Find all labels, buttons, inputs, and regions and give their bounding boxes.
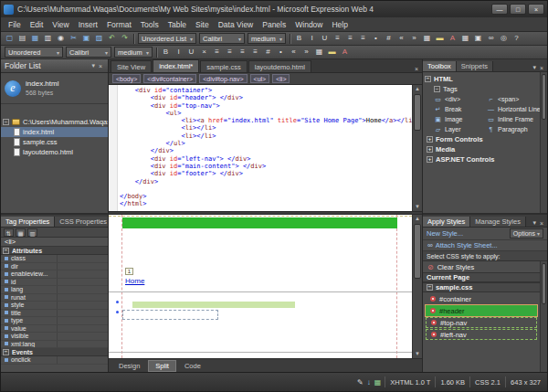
insert-image-icon[interactable]: ▣ [472, 33, 484, 44]
menu-format[interactable]: Format [102, 19, 136, 30]
attribute-row-type[interactable]: type [1, 317, 108, 325]
quick-tag-div-top-nav[interactable]: <div#top-nav> [199, 74, 247, 83]
preview-icon[interactable]: ◉ [55, 33, 67, 44]
scrollbar-thumb[interactable] [542, 263, 546, 304]
italic-icon[interactable]: I [306, 33, 318, 44]
doc-tab-sample-css[interactable]: sample.css [200, 60, 248, 72]
scroll-down-icon[interactable]: ▼ [413, 350, 422, 358]
code-selection-margin[interactable] [109, 85, 118, 211]
attribute-row-id[interactable]: id [1, 279, 108, 287]
attribute-row-style[interactable]: style [1, 302, 108, 310]
attribute-value[interactable] [58, 302, 108, 309]
minimize-button[interactable]: — [491, 4, 508, 15]
section-header-events[interactable]: −Events [1, 348, 108, 356]
close-panel-icon[interactable]: × [538, 220, 545, 227]
style-item-header[interactable]: #header [426, 305, 537, 316]
attribute-row-title[interactable]: title [1, 310, 108, 318]
panel-menu-icon[interactable]: ▾ [531, 64, 538, 71]
style-dropdown[interactable]: Unordered▾ [5, 47, 63, 58]
panel-menu-icon[interactable]: ▾ [90, 62, 97, 69]
tab-css-properties[interactable]: CSS Properties [55, 217, 108, 227]
collapse-icon[interactable]: − [427, 284, 433, 291]
menu-help[interactable]: Help [327, 19, 352, 30]
design-empty-div[interactable] [122, 310, 218, 320]
doc-tab-site-view[interactable]: Site View [111, 60, 152, 72]
file-preview[interactable]: e index.html 568 bytes [1, 73, 108, 104]
section-header-attributes[interactable]: −Attributes [1, 247, 108, 255]
new-page-icon[interactable]: ▢ [4, 33, 16, 44]
attribute-value[interactable] [58, 310, 108, 317]
tab-toolbox[interactable]: Toolbox [423, 61, 457, 71]
toolbox-group-tags[interactable]: − Tags [425, 84, 540, 94]
menu-site[interactable]: Site [191, 19, 214, 30]
scroll-up-icon[interactable]: ▲ [413, 85, 422, 93]
view-tab-code[interactable]: Code [178, 361, 207, 371]
bold-icon[interactable]: B [160, 47, 172, 58]
bullets-icon[interactable]: • [275, 47, 287, 58]
doc-tab-layoutdemo-html[interactable]: layoutdemo.html [248, 60, 311, 72]
folder-tree-item-layoutdemo-html[interactable]: layoutdemo.html [1, 147, 108, 157]
doc-tab-index-html[interactable]: index.html* [153, 59, 199, 72]
attribute-row-enableview[interactable]: enableview... [1, 270, 108, 279]
outdent-icon[interactable]: « [395, 33, 407, 44]
indent-icon[interactable]: » [408, 33, 420, 44]
font-dropdown[interactable]: Calibri▾ [199, 33, 245, 44]
current-page-header[interactable]: Current Page [423, 272, 540, 282]
collapse-icon[interactable]: − [3, 349, 9, 355]
attribute-value[interactable] [58, 333, 108, 340]
attribute-row-visible[interactable]: visible [1, 333, 108, 341]
tab-snippets[interactable]: Snippets [457, 61, 493, 71]
options-button[interactable]: Options ▾ [510, 228, 543, 238]
sort-icon[interactable]: ⇅ [4, 228, 14, 237]
attribute-value[interactable] [58, 356, 108, 364]
superscript-icon[interactable]: × [198, 47, 210, 58]
toolbox-item-inline-frame[interactable]: ▭Inline Frame [487, 114, 540, 124]
view-tab-split[interactable]: Split [148, 360, 176, 372]
toolbox-group-media[interactable]: +Media [427, 144, 540, 154]
toolbox-item-span[interactable]: ⌐<span> [487, 94, 540, 104]
visual-aids-grid-icon[interactable]: ▦ [374, 378, 383, 387]
copy-icon[interactable]: ▣ [80, 33, 92, 44]
styles-scrollbar[interactable] [540, 261, 547, 372]
insert-table-icon[interactable]: ▦ [459, 33, 471, 44]
indent-icon[interactable]: » [300, 47, 312, 58]
style-dropdown[interactable]: Unordered List▾ [138, 33, 196, 44]
outdent-icon[interactable]: « [288, 47, 300, 58]
toolbox-item-image[interactable]: ▣Image [434, 114, 487, 124]
view-tab-design[interactable]: Design [112, 361, 146, 371]
toolbox-group-html[interactable]: − HTML [425, 74, 540, 84]
find-icon[interactable]: ◎ [498, 33, 510, 44]
font-dropdown[interactable]: Calibri▾ [66, 47, 111, 58]
redo-icon[interactable]: ↷ [119, 33, 131, 44]
menu-table[interactable]: Table [163, 19, 191, 30]
close-panel-icon[interactable]: × [538, 65, 545, 71]
align-center-icon[interactable]: ≡ [224, 47, 236, 58]
menu-edit[interactable]: Edit [26, 19, 48, 30]
scroll-down-icon[interactable]: ▼ [413, 203, 422, 211]
tab-apply-styles[interactable]: Apply Styles [423, 217, 470, 227]
bold-icon[interactable]: B [293, 33, 305, 44]
download-arrow-icon[interactable]: ↓ [366, 378, 372, 387]
hyperlink-icon[interactable]: ∞ [485, 33, 497, 44]
numbering-icon[interactable]: # [383, 33, 395, 44]
undo-icon[interactable]: ↶ [106, 33, 118, 44]
underline-icon[interactable]: U [185, 47, 197, 58]
close-panel-icon[interactable]: × [97, 63, 104, 69]
scroll-up-icon[interactable]: ▲ [413, 215, 422, 223]
collapse-icon[interactable]: − [425, 76, 431, 82]
close-document-icon[interactable]: × [413, 66, 420, 72]
toolbox-item-break[interactable]: ↵Break [434, 104, 487, 114]
expand-icon[interactable]: + [427, 156, 433, 163]
design-scrollbar[interactable]: ▲ ▼ [412, 215, 422, 358]
attribute-value[interactable] [58, 325, 108, 333]
font-color-icon[interactable]: A [447, 33, 458, 44]
save-icon[interactable]: ▦ [29, 33, 41, 44]
menu-data-view[interactable]: Data View [214, 19, 258, 30]
attribute-row-xml-lang[interactable]: xml:lang [1, 341, 108, 349]
attribute-value[interactable] [58, 286, 108, 293]
close-button[interactable]: × [528, 4, 544, 15]
toolbox-item-div[interactable]: ▭<div> [434, 94, 487, 104]
style-item-left-nav[interactable]: #left-nav [426, 329, 537, 340]
highlight-icon[interactable]: ▬ [434, 33, 446, 44]
folder-tree-root[interactable]: −C:\Users\Muhammad.Waqas\Documents\M [1, 117, 108, 127]
